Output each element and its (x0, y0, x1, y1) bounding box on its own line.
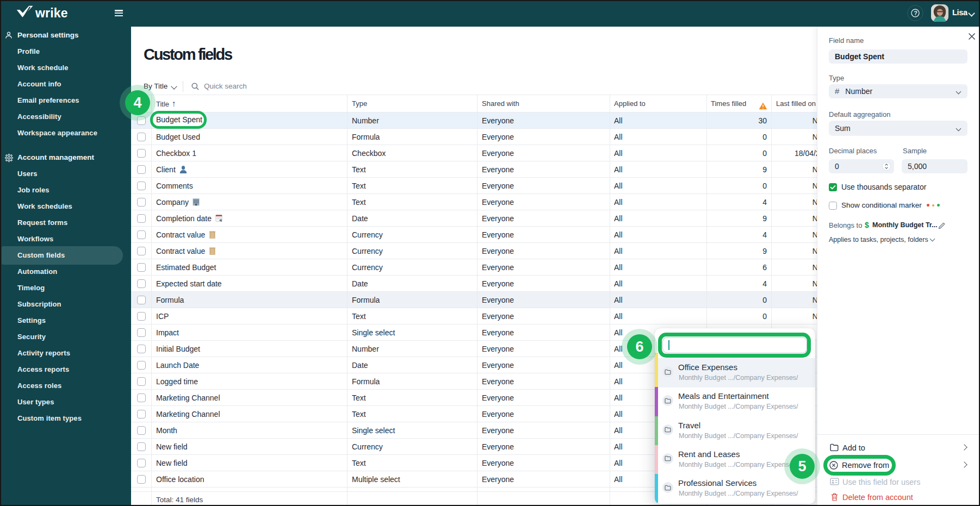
svg-text:wrike: wrike (35, 6, 68, 20)
